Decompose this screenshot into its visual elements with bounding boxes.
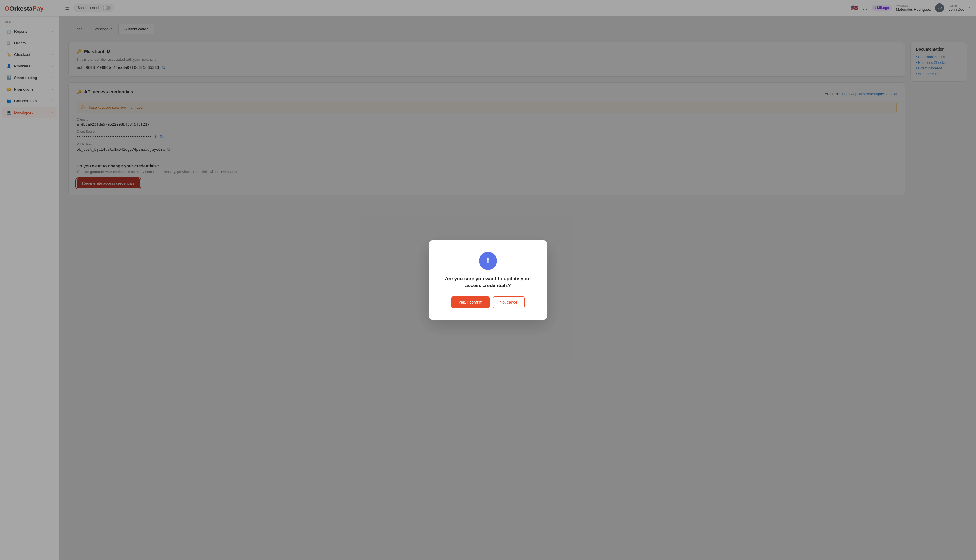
modal-overlay: ! Are you sure you want to update your a… — [0, 0, 976, 560]
modal-buttons: Yes, I confirm No, cancel — [441, 297, 535, 308]
confirmation-modal: ! Are you sure you want to update your a… — [429, 240, 547, 320]
modal-cancel-button[interactable]: No, cancel — [493, 297, 525, 308]
modal-title: Are you sure you want to update your acc… — [441, 275, 535, 289]
modal-icon: ! — [479, 252, 497, 270]
modal-confirm-button[interactable]: Yes, I confirm — [451, 297, 490, 308]
